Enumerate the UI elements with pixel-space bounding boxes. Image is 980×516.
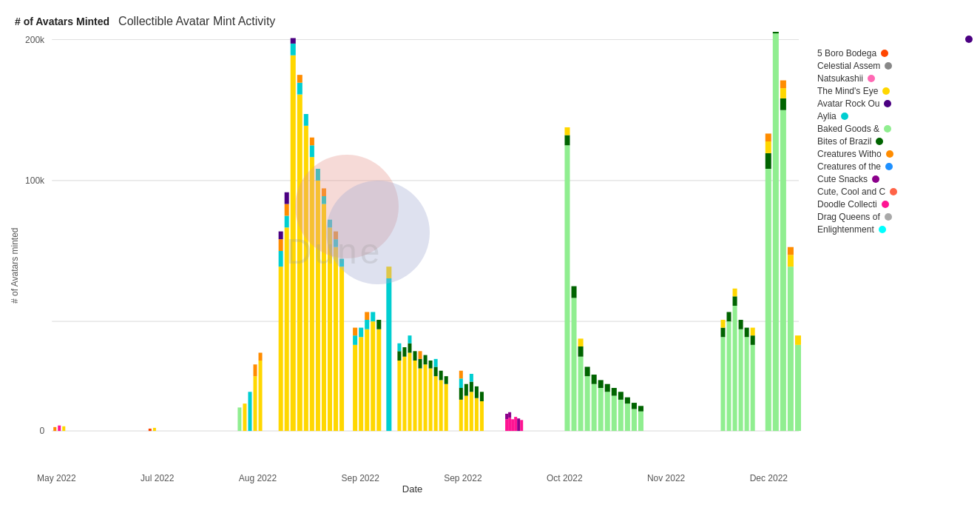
svg-rect-43 bbox=[328, 227, 332, 431]
x-label-sep2: Sep 2022 bbox=[444, 473, 481, 483]
legend-label: Drag Queens of bbox=[817, 212, 880, 222]
svg-rect-75 bbox=[419, 359, 422, 369]
svg-rect-98 bbox=[475, 386, 479, 398]
svg-rect-70 bbox=[408, 344, 411, 353]
svg-rect-117 bbox=[585, 376, 590, 431]
legend-label: Creatures Witho bbox=[817, 149, 882, 159]
svg-rect-157 bbox=[780, 98, 786, 110]
svg-rect-14 bbox=[248, 392, 251, 431]
legend-label: Celestial Assem bbox=[817, 61, 880, 71]
legend-dot-5boro bbox=[881, 50, 888, 57]
svg-rect-99 bbox=[480, 401, 484, 431]
svg-rect-161 bbox=[788, 255, 794, 267]
svg-rect-138 bbox=[727, 321, 731, 431]
svg-rect-116 bbox=[578, 338, 584, 346]
svg-rect-102 bbox=[505, 414, 508, 419]
svg-rect-37 bbox=[310, 138, 314, 146]
svg-rect-127 bbox=[618, 400, 624, 431]
legend-dot-creatures-with bbox=[886, 150, 893, 158]
svg-rect-25 bbox=[285, 204, 289, 216]
svg-rect-27 bbox=[291, 56, 296, 431]
svg-rect-65 bbox=[397, 351, 401, 361]
chart-legend: 5 Boro Bodega Celestial Assem Natsukashi… bbox=[810, 32, 980, 500]
svg-rect-108 bbox=[520, 420, 523, 431]
svg-rect-96 bbox=[470, 374, 473, 382]
svg-rect-64 bbox=[397, 361, 401, 431]
x-axis-title: Date bbox=[22, 483, 802, 495]
legend-item: 5 Boro Bodega bbox=[817, 48, 973, 58]
svg-rect-103 bbox=[508, 418, 511, 431]
svg-rect-153 bbox=[766, 133, 771, 141]
svg-rect-50 bbox=[353, 345, 357, 431]
svg-rect-78 bbox=[424, 355, 428, 365]
legend-item: Creatures Witho bbox=[817, 149, 973, 159]
svg-rect-132 bbox=[632, 403, 637, 409]
svg-rect-84 bbox=[439, 380, 443, 431]
svg-rect-92 bbox=[464, 396, 468, 432]
svg-rect-61 bbox=[376, 320, 381, 329]
svg-rect-9 bbox=[62, 426, 65, 431]
svg-rect-126 bbox=[612, 388, 617, 396]
svg-rect-105 bbox=[511, 419, 514, 431]
svg-rect-73 bbox=[413, 351, 417, 361]
legend-label: Creatures of the bbox=[817, 161, 881, 172]
svg-rect-146 bbox=[745, 328, 749, 338]
svg-rect-12 bbox=[237, 407, 241, 431]
svg-rect-101 bbox=[505, 419, 508, 431]
svg-rect-45 bbox=[334, 247, 338, 431]
svg-rect-147 bbox=[751, 345, 755, 431]
svg-rect-150 bbox=[766, 169, 771, 431]
svg-rect-141 bbox=[733, 296, 737, 306]
svg-rect-123 bbox=[605, 392, 610, 431]
svg-rect-79 bbox=[429, 369, 433, 432]
legend-item: Bites of Brazil bbox=[817, 136, 973, 147]
svg-rect-129 bbox=[625, 403, 630, 431]
svg-rect-26 bbox=[285, 192, 289, 204]
legend-label: The Mind's Eye bbox=[817, 86, 878, 96]
legend-label: Cute Snacks bbox=[817, 174, 868, 184]
legend-item: Baked Goods & bbox=[817, 124, 973, 134]
legend-item: Cute Snacks bbox=[817, 174, 973, 184]
svg-rect-140 bbox=[733, 306, 737, 431]
svg-rect-125 bbox=[612, 396, 617, 432]
svg-rect-155 bbox=[773, 32, 779, 33]
svg-rect-133 bbox=[638, 412, 643, 431]
svg-rect-104 bbox=[508, 412, 511, 418]
svg-rect-72 bbox=[413, 361, 417, 431]
svg-rect-162 bbox=[788, 247, 794, 255]
svg-rect-29 bbox=[291, 38, 296, 43]
legend-label: 5 Boro Bodega bbox=[817, 48, 876, 58]
svg-rect-58 bbox=[371, 321, 375, 431]
legend-dot-doodle bbox=[882, 201, 889, 208]
svg-rect-8 bbox=[58, 426, 61, 431]
svg-rect-32 bbox=[297, 75, 303, 83]
svg-rect-109 bbox=[564, 145, 570, 431]
svg-rect-55 bbox=[365, 329, 369, 431]
legend-item: Cute, Cool and C bbox=[817, 187, 973, 197]
svg-rect-80 bbox=[429, 361, 433, 369]
svg-rect-107 bbox=[517, 418, 520, 431]
svg-rect-28 bbox=[291, 44, 296, 56]
legend-label: Baked Goods & bbox=[817, 124, 879, 134]
svg-rect-88 bbox=[459, 400, 463, 431]
svg-rect-77 bbox=[424, 364, 428, 431]
x-label-nov: Nov 2022 bbox=[647, 473, 685, 483]
svg-rect-71 bbox=[408, 335, 411, 344]
svg-rect-56 bbox=[365, 320, 369, 329]
svg-rect-31 bbox=[297, 83, 303, 95]
svg-rect-145 bbox=[745, 337, 749, 431]
x-label-oct: Oct 2022 bbox=[547, 473, 583, 483]
legend-item: Creatures of the bbox=[817, 161, 973, 172]
svg-rect-91 bbox=[459, 371, 463, 379]
legend-label: Bites of Brazil bbox=[817, 136, 871, 147]
svg-rect-122 bbox=[598, 380, 604, 388]
svg-text:100k: 100k bbox=[25, 175, 45, 186]
chart-body: # of Avatars minted Dune 200k 100k 0 bbox=[0, 32, 980, 500]
svg-rect-86 bbox=[445, 384, 448, 431]
legend-label: Avatar Rock Ou bbox=[817, 98, 879, 109]
legend-item: The Mind's Eye bbox=[817, 86, 973, 96]
svg-rect-154 bbox=[773, 33, 779, 431]
legend-dot-aylia bbox=[841, 113, 848, 120]
legend-item: Celestial Assem bbox=[817, 61, 973, 71]
svg-rect-81 bbox=[434, 376, 438, 431]
